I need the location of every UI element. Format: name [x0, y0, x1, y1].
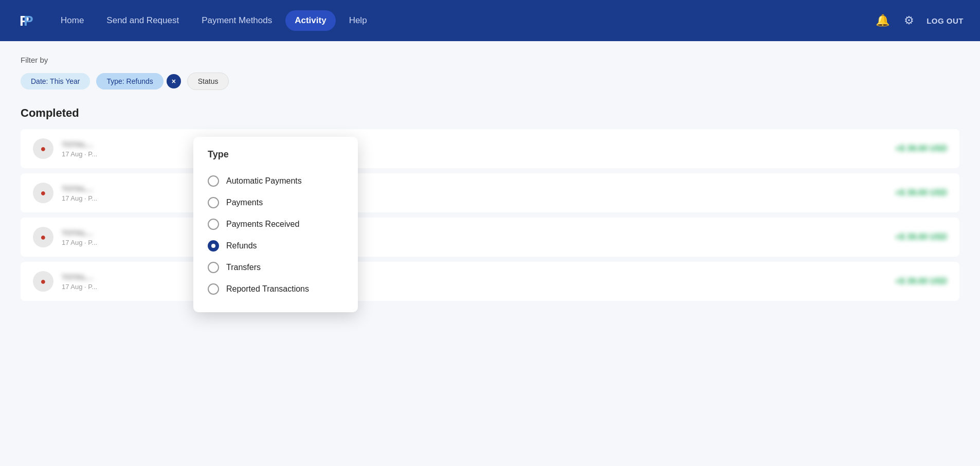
tx-amount: +$ 39.00 USD	[895, 144, 947, 153]
radio-circle-payments-received	[208, 219, 219, 230]
tx-merchant-icon: ●	[33, 183, 53, 203]
tx-amount: +$ 39.00 USD	[895, 277, 947, 286]
tx-merchant-icon: ●	[33, 227, 53, 247]
bell-icon: 🔔	[876, 14, 890, 27]
nav-help[interactable]: Help	[340, 10, 376, 31]
radio-item-automatic-payments[interactable]: Automatic Payments	[208, 170, 343, 192]
radio-item-payments[interactable]: Payments	[208, 192, 343, 213]
filter-chips: Date: This Year Type: Refunds × Status	[21, 73, 959, 90]
tx-name: TOTAL...	[62, 140, 887, 149]
radio-item-payments-received[interactable]: Payments Received	[208, 213, 343, 235]
radio-label-refunds: Refunds	[226, 241, 257, 250]
tx-date: 17 Aug · P...	[62, 150, 887, 158]
table-row[interactable]: ● TOTAL... 17 Aug · P... +$ 39.00 USD	[21, 173, 959, 212]
gear-icon: ⚙	[904, 14, 914, 27]
dropdown-title: Type	[208, 149, 343, 160]
logout-button[interactable]: LOG OUT	[927, 16, 964, 25]
tx-amount: +$ 39.00 USD	[895, 232, 947, 242]
radio-label-transfers: Transfers	[226, 263, 261, 272]
radio-label-payments: Payments	[226, 198, 263, 207]
radio-label-automatic-payments: Automatic Payments	[226, 176, 302, 186]
type-chip-label: Type: Refunds	[106, 77, 153, 85]
table-row[interactable]: ● TOTAL... 17 Aug · P... +$ 39.00 USD	[21, 262, 959, 301]
radio-circle-reported-transactions	[208, 283, 219, 295]
type-dropdown: Type Automatic Payments Payments Payment…	[193, 137, 358, 312]
radio-circle-payments	[208, 197, 219, 208]
radio-item-reported-transactions[interactable]: Reported Transactions	[208, 278, 343, 300]
type-filter-chip[interactable]: Type: Refunds	[96, 73, 163, 89]
status-filter-chip[interactable]: Status	[187, 73, 229, 90]
tx-merchant-icon: ●	[33, 138, 53, 159]
tx-info: TOTAL... 17 Aug · P...	[62, 228, 887, 246]
transaction-list: ● TOTAL... 17 Aug · P... +$ 39.00 USD ● …	[21, 129, 959, 306]
table-row[interactable]: ● TOTAL... 17 Aug · P... +$ 39.00 USD	[21, 218, 959, 257]
nav-right: 🔔 ⚙ LOG OUT	[874, 12, 964, 29]
nav-activity[interactable]: Activity	[285, 10, 335, 31]
tx-info: TOTAL... 17 Aug · P...	[62, 140, 887, 158]
main-content: Filter by Date: This Year Type: Refunds …	[0, 41, 980, 320]
radio-circle-automatic-payments	[208, 175, 219, 187]
navbar: P P Home Send and Request Payment Method…	[0, 0, 980, 41]
nav-send-request[interactable]: Send and Request	[97, 10, 188, 31]
table-row[interactable]: ● TOTAL... 17 Aug · P... +$ 39.00 USD	[21, 129, 959, 168]
settings-button[interactable]: ⚙	[902, 12, 916, 29]
date-filter-chip[interactable]: Date: This Year	[21, 73, 90, 89]
tx-name: TOTAL...	[62, 273, 887, 281]
completed-section-label: Completed	[21, 106, 959, 120]
tx-info: TOTAL... 17 Aug · P...	[62, 184, 887, 202]
radio-label-payments-received: Payments Received	[226, 220, 299, 229]
nav-payment-methods[interactable]: Payment Methods	[192, 10, 281, 31]
radio-item-transfers[interactable]: Transfers	[208, 257, 343, 278]
svg-text:P: P	[24, 13, 33, 29]
radio-label-reported-transactions: Reported Transactions	[226, 284, 309, 294]
filter-label: Filter by	[21, 56, 959, 64]
tx-name: TOTAL...	[62, 184, 887, 193]
tx-merchant-icon: ●	[33, 271, 53, 292]
nav-links: Home Send and Request Payment Methods Ac…	[51, 10, 874, 31]
radio-circle-refunds	[208, 240, 219, 252]
tx-name: TOTAL...	[62, 228, 887, 237]
tx-amount: +$ 39.00 USD	[895, 188, 947, 198]
type-filter-clear-button[interactable]: ×	[167, 74, 181, 88]
tx-date: 17 Aug · P...	[62, 239, 887, 246]
notifications-button[interactable]: 🔔	[874, 12, 892, 29]
tx-date: 17 Aug · P...	[62, 194, 887, 202]
radio-circle-transfers	[208, 262, 219, 273]
paypal-logo[interactable]: P P	[16, 9, 39, 32]
tx-date: 17 Aug · P...	[62, 283, 887, 291]
radio-item-refunds[interactable]: Refunds	[208, 235, 343, 257]
tx-info: TOTAL... 17 Aug · P...	[62, 273, 887, 291]
nav-home[interactable]: Home	[51, 10, 93, 31]
